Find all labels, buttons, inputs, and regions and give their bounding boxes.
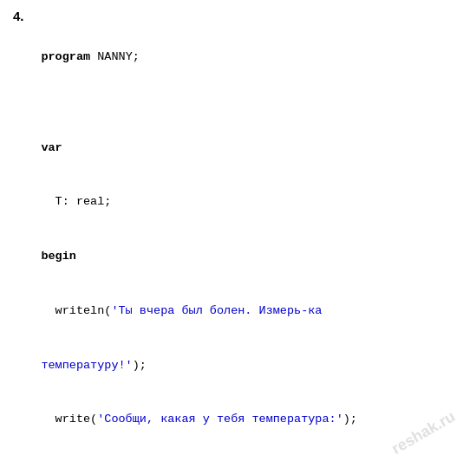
problem-number: 4. xyxy=(13,9,463,23)
write1-line: write('Сообщи, какая у тебя температура:… xyxy=(41,413,357,426)
problem-container: 4. program NANNY; var T: real; begin wri… xyxy=(13,9,463,468)
kw-program: program xyxy=(41,50,90,63)
kw-begin1: begin xyxy=(41,250,76,263)
program-name: NANNY; xyxy=(90,50,140,63)
writeln1-cont: температуру!'); xyxy=(41,359,147,372)
writeln1-line: writeln('Ты вчера был болен. Измерь-ка xyxy=(41,304,322,317)
kw-var: var xyxy=(41,141,62,154)
t-declaration: T: real; xyxy=(41,195,111,208)
code-block: program NANNY; var T: real; begin writel… xyxy=(13,30,463,468)
